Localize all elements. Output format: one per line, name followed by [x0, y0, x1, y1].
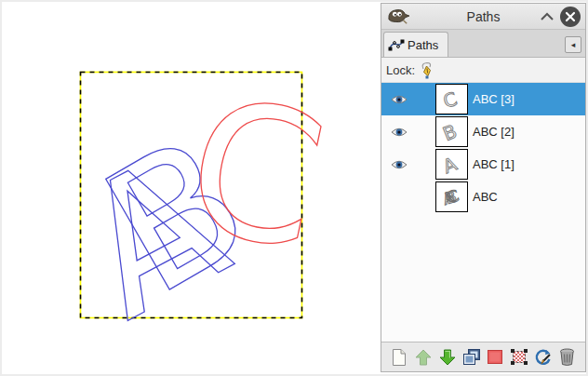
canvas-drawing: A B C: [2, 2, 380, 374]
selection-to-path-icon[interactable]: [509, 347, 529, 368]
path-label: ABC [2]: [473, 125, 514, 139]
svg-text:A: A: [440, 153, 461, 178]
path-to-selection-icon[interactable]: [485, 347, 505, 368]
tab-menu-icon[interactable]: ◂: [565, 36, 581, 53]
lower-path-icon[interactable]: [437, 347, 458, 368]
tab-label: Paths: [408, 38, 438, 52]
path-label: ABC [1]: [473, 157, 514, 171]
duplicate-path-icon[interactable]: [461, 347, 482, 368]
lock-label: Lock:: [386, 63, 415, 77]
path-label: ABC [3]: [473, 92, 514, 106]
path-letter-c: C: [170, 56, 341, 293]
visibility-eye-icon[interactable]: [391, 127, 408, 138]
lock-row: Lock:: [381, 58, 585, 83]
path-list: C ABC [3] B ABC [2]: [381, 83, 585, 342]
path-thumbnail[interactable]: B: [435, 116, 468, 147]
path-row-abc3[interactable]: C ABC [3]: [381, 83, 585, 115]
tab-bar: Paths ◂: [381, 30, 585, 58]
svg-text:B: B: [440, 120, 461, 145]
collapse-chevron-icon[interactable]: [540, 11, 555, 22]
delete-path-icon[interactable]: [557, 347, 578, 368]
svg-text:ABC: ABC: [440, 186, 460, 208]
new-path-icon[interactable]: [389, 347, 409, 368]
stroke-path-icon[interactable]: [533, 347, 554, 368]
bezier-path-icon: [388, 36, 405, 53]
lock-path-strokes-pen-icon[interactable]: [420, 61, 434, 79]
path-row-abc[interactable]: ABC ABC: [381, 181, 585, 213]
gimp-wilber-icon: [386, 7, 410, 27]
visibility-eye-icon[interactable]: [391, 159, 408, 170]
paths-toolbar: [381, 342, 585, 371]
tab-paths[interactable]: Paths: [383, 32, 448, 57]
path-thumbnail[interactable]: ABC: [435, 181, 468, 212]
gimp-screenshot: A B C Paths: [0, 0, 588, 376]
visibility-eye-icon[interactable]: [391, 94, 408, 105]
path-outlines: A B C: [47, 56, 341, 359]
panel-header: Paths: [381, 4, 585, 30]
path-row-abc2[interactable]: B ABC [2]: [381, 115, 585, 148]
raise-path-icon[interactable]: [413, 347, 434, 368]
image-canvas[interactable]: A B C: [2, 2, 380, 374]
path-thumbnail[interactable]: A: [435, 149, 468, 180]
path-thumbnail[interactable]: C: [435, 84, 468, 114]
path-label: ABC: [473, 190, 498, 204]
path-row-abc1[interactable]: A ABC [1]: [381, 148, 585, 181]
paths-dialog: Paths: [381, 3, 586, 372]
svg-text:C: C: [440, 87, 460, 113]
close-icon[interactable]: [560, 7, 581, 27]
